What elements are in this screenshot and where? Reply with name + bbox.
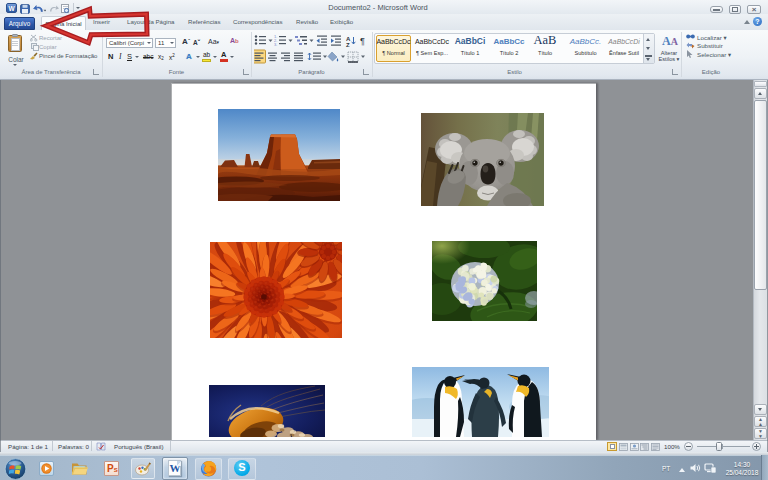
svg-text:¶: ¶ — [360, 36, 365, 46]
svg-text:3.: 3. — [274, 42, 277, 47]
svg-text:Z: Z — [346, 42, 350, 48]
